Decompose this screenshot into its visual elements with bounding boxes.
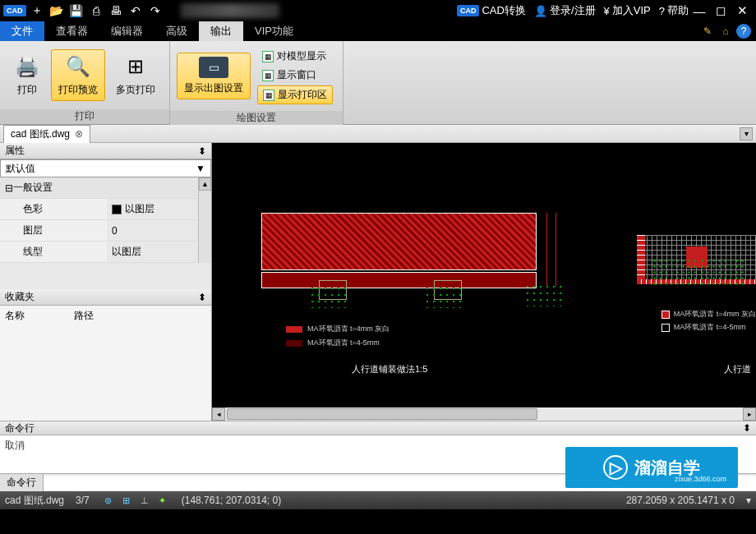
titlebar-links: CADCAD转换 👤 登录/注册 ¥ 加入VIP ? 帮助	[457, 3, 689, 18]
prop-row-color[interactable]: 色彩以图层	[0, 199, 198, 220]
magnifier-icon: 🔍	[65, 53, 91, 80]
show-window-option[interactable]: ▦显示窗口	[257, 67, 333, 84]
drawing-elevation	[261, 213, 537, 295]
quick-access-toolbar: CAD ＋ 📂 💾 ⎙ 🖶 ↶ ↷	[3, 2, 164, 19]
properties-scrollbar[interactable]: ▲	[198, 177, 211, 263]
properties-title: 属性	[5, 144, 25, 158]
prop-section-general[interactable]: ⊟ 一般设置	[0, 177, 198, 199]
fav-col-name: 名称	[5, 309, 25, 323]
command-last-line: 取消	[5, 439, 751, 453]
statusbar: cad 图纸.dwg 3/7 ⊚ ⊞ ⊥ ✦ (148.761; 207.031…	[0, 491, 756, 509]
workspace: 属性 ⬍ 默认值 ▼ ⊟ 一般设置 色彩以图层 图层0 线型以图层 ▲ 收藏夹 …	[0, 143, 756, 421]
plot-settings-button[interactable]: ▭ 显示出图设置	[177, 53, 251, 99]
prop-row-layer[interactable]: 图层0	[0, 220, 198, 242]
login-link[interactable]: 👤 登录/注册	[534, 3, 596, 18]
printer-icon: 🖨️	[14, 53, 40, 80]
tab-viewer[interactable]: 查看器	[44, 21, 99, 41]
document-tab-bar: cad 图纸.dwg ⊗ ▾	[0, 125, 756, 143]
redo-icon[interactable]: ↷	[146, 2, 164, 19]
home-icon[interactable]: ⌂	[718, 24, 733, 39]
new-icon[interactable]: ＋	[28, 2, 46, 19]
status-coords: (148.761; 207.0314; 0)	[182, 495, 281, 506]
status-dimensions: 287.2059 x 205.1471 x 0	[626, 495, 735, 506]
maximize-button[interactable]: ◻	[710, 2, 731, 19]
ribbon-group-label: 绘图设置	[170, 111, 343, 125]
favorites-header: 收藏夹 ⬍	[0, 289, 211, 306]
print-icon[interactable]: 🖶	[107, 2, 125, 19]
ribbon-group-print: 🖨️ 打印 🔍 打印预览 ⊞ 多页打印 打印	[0, 41, 170, 124]
status-dropdown-icon[interactable]: ▾	[746, 495, 751, 506]
checkbox-icon: ▦	[263, 90, 274, 101]
polar-icon[interactable]: ✦	[156, 494, 169, 507]
tab-advanced[interactable]: 高级	[154, 21, 199, 41]
scroll-right-icon[interactable]: ▸	[743, 407, 756, 421]
grid-icon[interactable]: ⊞	[120, 494, 133, 507]
chevron-down-icon: ▼	[196, 163, 205, 174]
title-blur	[181, 3, 279, 18]
tab-dropdown-button[interactable]: ▾	[740, 127, 753, 140]
multi-print-button[interactable]: ⊞ 多页打印	[108, 49, 163, 101]
show-print-area-option[interactable]: ▦显示打印区	[257, 85, 333, 104]
checkbox-icon: ▦	[262, 51, 274, 62]
save-icon[interactable]: 💾	[67, 2, 85, 19]
status-page: 3/7	[76, 495, 90, 506]
snap-icon[interactable]: ⊚	[102, 494, 115, 507]
ribbon: 🖨️ 打印 🔍 打印预览 ⊞ 多页打印 打印 ▭ 显示出图设置 ▦对模型显示 ▦…	[0, 41, 756, 125]
tab-editor[interactable]: 编辑器	[99, 21, 154, 41]
scroll-left-icon[interactable]: ◂	[212, 407, 225, 421]
status-tool-icons: ⊚ ⊞ ⊥ ✦	[101, 494, 170, 507]
minimize-button[interactable]: —	[689, 2, 710, 19]
vip-link[interactable]: ¥ 加入VIP	[604, 3, 651, 18]
ribbon-group-label: 打印	[0, 109, 169, 124]
fav-col-path: 路径	[74, 309, 94, 323]
document-tab[interactable]: cad 图纸.dwg ⊗	[3, 125, 90, 143]
pages-icon: ⊞	[122, 53, 149, 80]
scrollbar-thumb[interactable]	[227, 408, 537, 420]
open-icon[interactable]: 📂	[48, 2, 66, 19]
drawing-canvas[interactable]: MA环氧沥青 t=4mm 灰白 MA环氧沥青 t=4-5mm 人行道铺装做法1:…	[212, 143, 756, 421]
command-input[interactable]	[44, 476, 756, 490]
command-input-label: 命令行	[0, 474, 44, 491]
print-button[interactable]: 🖨️ 打印	[7, 49, 48, 101]
properties-combo[interactable]: 默认值 ▼	[0, 159, 211, 177]
cad-convert-link[interactable]: CADCAD转换	[457, 3, 526, 18]
favorites-title: 收藏夹	[5, 290, 35, 304]
close-icon[interactable]: ⊗	[75, 128, 83, 140]
pin-icon[interactable]: ⬍	[743, 422, 751, 434]
tab-vip[interactable]: VIP功能	[243, 21, 305, 41]
side-caption: 人行道	[724, 363, 751, 375]
properties-header: 属性 ⬍	[0, 143, 211, 159]
print-preview-button[interactable]: 🔍 打印预览	[51, 49, 105, 101]
color-swatch-icon	[112, 205, 122, 214]
drawing-caption: 人行道铺装做法1:5	[352, 363, 427, 375]
close-button[interactable]: ✕	[731, 2, 753, 19]
undo-icon[interactable]: ↶	[127, 2, 145, 19]
info-icon[interactable]: ?	[736, 24, 751, 39]
command-header: 命令行 ⬍	[0, 421, 756, 435]
show-model-option[interactable]: ▦对模型显示	[257, 48, 333, 65]
horizontal-scrollbar[interactable]: ◂ ▸	[212, 407, 756, 421]
command-input-row: 命令行	[0, 473, 756, 491]
titlebar: CAD ＋ 📂 💾 ⎙ 🖶 ↶ ↷ CADCAD转换 👤 登录/注册 ¥ 加入V…	[0, 0, 756, 21]
status-filename: cad 图纸.dwg	[5, 494, 64, 508]
command-title: 命令行	[5, 421, 35, 435]
tab-file[interactable]: 文件	[0, 21, 44, 41]
menubar: 文件 查看器 编辑器 高级 输出 VIP功能 ✎ ⌂ ?	[0, 21, 756, 41]
tab-output[interactable]: 输出	[199, 21, 243, 41]
pin-icon[interactable]: ⬍	[198, 292, 206, 303]
notebook-icon[interactable]: ✎	[700, 24, 715, 39]
prop-row-linetype[interactable]: 线型以图层	[0, 242, 198, 263]
help-link[interactable]: ? 帮助	[659, 3, 689, 18]
command-panel: 命令行 ⬍ 取消 命令行	[0, 421, 756, 491]
ortho-icon[interactable]: ⊥	[138, 494, 151, 507]
drawing-side-legend: MA环氧沥青 t=4mm 灰白 MA环氧沥青 t=4-5mm	[662, 309, 756, 335]
side-panel: 属性 ⬍ 默认值 ▼ ⊟ 一般设置 色彩以图层 图层0 线型以图层 ▲ 收藏夹 …	[0, 143, 212, 421]
scroll-up-icon[interactable]: ▲	[199, 177, 211, 191]
document-tab-label: cad 图纸.dwg	[11, 127, 70, 141]
command-history: 取消	[0, 435, 756, 473]
monitor-icon: ▭	[199, 57, 228, 78]
pin-icon[interactable]: ⬍	[198, 145, 206, 157]
favorites-panel: 名称 路径	[0, 306, 211, 421]
drawing-plan	[637, 235, 756, 301]
saveas-icon[interactable]: ⎙	[87, 2, 105, 19]
